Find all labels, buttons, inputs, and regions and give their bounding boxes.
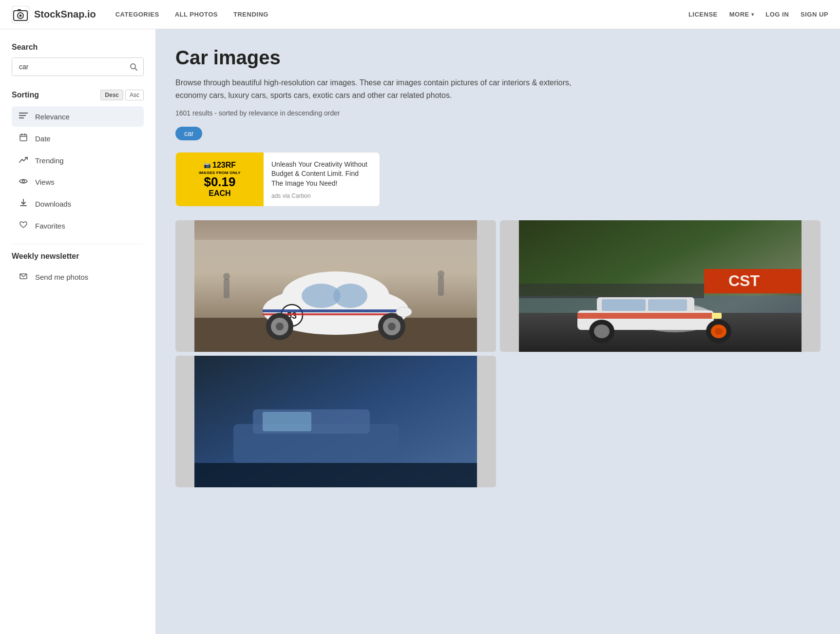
svg-rect-63 <box>263 412 311 431</box>
svg-point-58 <box>715 328 723 335</box>
nav-trending[interactable]: TRENDING <box>233 11 268 18</box>
nav-login[interactable]: LOG IN <box>765 11 789 18</box>
svg-rect-10 <box>20 134 27 141</box>
svg-point-14 <box>22 180 25 183</box>
sidebar: Search Sorting Desc Asc Relevan <box>0 29 156 634</box>
sort-views[interactable]: Views <box>12 172 144 192</box>
svg-rect-51 <box>602 299 646 311</box>
sort-items-list: Relevance Date Trending Views <box>12 106 144 236</box>
eye-icon <box>19 177 28 186</box>
sorting-header: Sorting Desc Asc <box>12 90 144 100</box>
sort-downloads-label: Downloads <box>35 200 71 208</box>
page-title: Car images <box>175 47 821 69</box>
active-tag[interactable]: car <box>175 127 202 140</box>
relevance-icon <box>19 112 28 121</box>
envelope-icon <box>19 272 28 281</box>
svg-rect-27 <box>263 309 406 312</box>
site-logo[interactable]: StockSnap.io <box>12 6 96 23</box>
newsletter-send-label: Send me photos <box>35 273 88 281</box>
ad-banner: 📷 123RF IMAGES FROM ONLY $0.19 EACH Unle… <box>175 152 380 207</box>
sort-asc-button[interactable]: Asc <box>125 90 144 100</box>
photo-beetle: 53 <box>175 220 496 352</box>
photo-card-blue[interactable] <box>175 356 496 487</box>
sort-views-label: Views <box>35 178 55 186</box>
svg-rect-36 <box>224 279 229 298</box>
newsletter-send-photos[interactable]: Send me photos <box>12 267 144 287</box>
svg-line-6 <box>135 68 137 70</box>
svg-point-31 <box>276 323 284 330</box>
ad-text: Unleash Your Creativity Without Budget &… <box>271 160 372 189</box>
svg-rect-59 <box>712 313 722 319</box>
sort-favorites-label: Favorites <box>35 222 65 230</box>
sort-downloads[interactable]: Downloads <box>12 193 144 214</box>
svg-rect-45 <box>519 284 704 298</box>
ad-each: EACH <box>209 189 230 198</box>
svg-point-55 <box>594 325 610 338</box>
nav-more[interactable]: MORE ▾ <box>729 11 754 18</box>
sort-relevance-label: Relevance <box>35 113 70 121</box>
svg-rect-4 <box>18 9 21 11</box>
photo-card-drift[interactable]: CST <box>500 220 821 352</box>
site-header: StockSnap.io CATEGORIES ALL PHOTOS TREND… <box>0 0 840 29</box>
photo-grid: 53 <box>175 220 821 487</box>
svg-rect-52 <box>648 299 687 311</box>
sort-trending[interactable]: Trending <box>12 150 144 171</box>
ad-content: Unleash Your Creativity Without Budget &… <box>264 153 380 206</box>
search-box <box>12 58 144 76</box>
search-input[interactable] <box>12 58 124 76</box>
photo-blue <box>175 356 496 487</box>
sort-date[interactable]: Date <box>12 128 144 149</box>
sort-favorites[interactable]: Favorites <box>12 215 144 236</box>
ad-image: 📷 123RF IMAGES FROM ONLY $0.19 EACH <box>176 153 264 206</box>
nav-categories[interactable]: CATEGORIES <box>115 11 159 18</box>
download-icon <box>19 199 28 209</box>
sort-relevance[interactable]: Relevance <box>12 106 144 127</box>
newsletter-title: Weekly newsletter <box>12 252 144 261</box>
svg-point-3 <box>19 14 22 17</box>
svg-point-37 <box>223 273 230 280</box>
sorting-buttons: Desc Asc <box>100 90 144 100</box>
svg-point-34 <box>388 323 396 330</box>
sorting-title: Sorting <box>12 91 39 99</box>
svg-point-39 <box>438 270 444 277</box>
search-icon <box>130 63 137 71</box>
site-name: StockSnap.io <box>34 9 96 20</box>
search-section-title: Search <box>12 43 144 52</box>
search-button[interactable] <box>124 58 143 76</box>
nav-left: CATEGORIES ALL PHOTOS TRENDING <box>115 11 688 18</box>
sort-date-label: Date <box>35 134 51 143</box>
photo-drift: CST <box>500 220 821 352</box>
heart-icon <box>19 221 28 230</box>
nav-license[interactable]: LICENSE <box>688 11 718 18</box>
sidebar-divider <box>12 244 144 244</box>
chevron-down-icon: ▾ <box>751 12 754 17</box>
photo-card-beetle[interactable]: 53 <box>175 220 496 352</box>
nav-all-photos[interactable]: ALL PHOTOS <box>175 11 218 18</box>
nav-signup[interactable]: SIGN UP <box>801 11 828 18</box>
trending-icon <box>19 156 28 165</box>
ad-brand: 123RF <box>212 161 236 170</box>
nav-right: LICENSE MORE ▾ LOG IN SIGN UP <box>688 11 828 18</box>
svg-rect-38 <box>438 276 444 296</box>
svg-rect-53 <box>577 313 714 319</box>
page-description: Browse through beautiful high-resolution… <box>175 77 594 101</box>
sort-trending-label: Trending <box>35 156 64 165</box>
svg-text:CST: CST <box>728 272 760 289</box>
svg-point-24 <box>333 284 367 308</box>
results-info: 1601 results - sorted by relevance in de… <box>175 109 821 117</box>
main-content: Car images Browse through beautiful high… <box>156 29 840 634</box>
main-layout: Search Sorting Desc Asc Relevan <box>0 29 840 634</box>
sort-desc-button[interactable]: Desc <box>100 90 123 100</box>
calendar-icon <box>19 134 28 143</box>
svg-point-35 <box>396 307 412 317</box>
ad-source: ads via Carbon <box>271 192 372 199</box>
ad-price: $0.19 <box>204 175 235 189</box>
camera-icon <box>12 6 29 23</box>
svg-rect-64 <box>194 463 477 487</box>
